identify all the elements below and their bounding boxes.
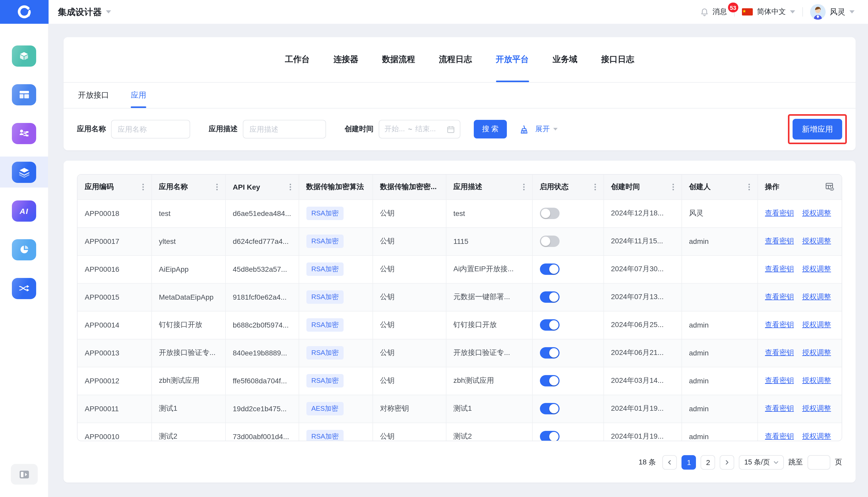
- adjust-auth-link[interactable]: 授权调整: [802, 209, 831, 217]
- main-tab[interactable]: 业务域: [553, 37, 578, 82]
- user-menu[interactable]: 风灵: [810, 4, 855, 20]
- status-toggle[interactable]: [540, 208, 559, 219]
- cell-api-key: 45d8eb532a57...: [225, 255, 299, 283]
- messages-button[interactable]: 消息 53: [700, 7, 727, 16]
- cell-encryption-algo: RSA加密: [299, 227, 372, 255]
- column-menu-icon[interactable]: [216, 183, 218, 190]
- adjust-auth-link[interactable]: 授权调整: [802, 265, 831, 273]
- cell-encryption-algo: RSA加密: [299, 311, 372, 339]
- column-menu-icon[interactable]: [594, 183, 596, 190]
- main-tab[interactable]: 工作台: [285, 37, 310, 82]
- encryption-tag: AES加密: [306, 402, 343, 415]
- search-button[interactable]: 搜 索: [474, 120, 507, 139]
- status-toggle[interactable]: [540, 291, 559, 302]
- page-number-button[interactable]: 2: [701, 455, 715, 470]
- sidebar-item-orgflow[interactable]: [0, 118, 48, 149]
- status-toggle[interactable]: [540, 235, 559, 247]
- sub-tab[interactable]: 应用: [131, 83, 146, 108]
- status-toggle[interactable]: [540, 375, 559, 386]
- messages-badge: 53: [728, 3, 739, 12]
- cell-creator: admin: [682, 227, 757, 255]
- cell-encryption-algo: RSA加密: [299, 423, 372, 441]
- page-size-value: 15 条/页: [744, 458, 770, 467]
- view-key-link[interactable]: 查看密钥: [765, 293, 794, 301]
- adjust-auth-link[interactable]: 授权调整: [802, 237, 831, 245]
- view-key-link[interactable]: 查看密钥: [765, 348, 794, 356]
- cell-creator: [682, 255, 757, 283]
- date-range-input[interactable]: 开始... ~ 结束...: [379, 120, 460, 139]
- app-name-label: 应用名称: [77, 125, 106, 134]
- column-menu-icon[interactable]: [142, 183, 144, 190]
- cell-created: 2024年01月19...: [603, 395, 682, 423]
- prev-page-button[interactable]: [663, 455, 677, 470]
- sidebar-item-dashboard[interactable]: [0, 79, 48, 110]
- column-settings-icon[interactable]: [825, 183, 835, 191]
- status-toggle[interactable]: [540, 263, 559, 274]
- view-key-link[interactable]: 查看密钥: [765, 376, 794, 384]
- add-app-button[interactable]: 新增应用: [793, 119, 842, 140]
- cell-api-key: d6ae51edea484...: [225, 199, 299, 227]
- view-key-link[interactable]: 查看密钥: [765, 432, 794, 440]
- view-key-link[interactable]: 查看密钥: [765, 320, 794, 329]
- column-header: 操作: [757, 175, 842, 199]
- sidebar-item-ai[interactable]: AI: [0, 195, 48, 226]
- expand-filters-toggle[interactable]: 展开: [535, 125, 558, 134]
- adjust-auth-link[interactable]: 授权调整: [802, 404, 831, 412]
- logo-icon: [17, 5, 31, 18]
- status-toggle[interactable]: [540, 319, 559, 330]
- status-toggle[interactable]: [540, 403, 559, 414]
- sub-tab[interactable]: 开放接口: [78, 83, 109, 108]
- status-toggle[interactable]: [540, 431, 559, 441]
- jump-page-input[interactable]: [808, 455, 830, 470]
- cell-actions: 查看密钥授权调整: [757, 283, 842, 311]
- cell-encryption-algo: RSA加密: [299, 283, 372, 311]
- adjust-auth-link[interactable]: 授权调整: [802, 376, 831, 384]
- view-key-link[interactable]: 查看密钥: [765, 237, 794, 245]
- sidebar-collapse-button[interactable]: [11, 464, 38, 485]
- sidebar-item-routing[interactable]: [0, 273, 48, 304]
- column-menu-icon[interactable]: [748, 183, 750, 190]
- main-tab[interactable]: 数据流程: [382, 37, 415, 82]
- main-tab[interactable]: 连接器: [333, 37, 358, 82]
- adjust-auth-link[interactable]: 授权调整: [802, 320, 831, 329]
- sidebar-item-analytics[interactable]: [0, 234, 48, 265]
- main-tab[interactable]: 开放平台: [496, 37, 529, 82]
- adjust-auth-link[interactable]: 授权调整: [802, 293, 831, 301]
- page-number-button[interactable]: 1: [682, 455, 696, 470]
- app-title-dropdown[interactable]: 集成设计器: [58, 6, 111, 18]
- filter-create-time: 创建时间 开始... ~ 结束...: [345, 120, 460, 139]
- view-key-link[interactable]: 查看密钥: [765, 404, 794, 412]
- column-menu-icon[interactable]: [289, 183, 291, 190]
- cell-actions: 查看密钥授权调整: [757, 339, 842, 367]
- adjust-auth-link[interactable]: 授权调整: [802, 348, 831, 356]
- clear-filters-button[interactable]: [518, 124, 528, 134]
- cell-app-name: 钉钉接口开放: [152, 311, 225, 339]
- cell-creator: admin: [682, 311, 757, 339]
- table-row: APP00014钉钉接口开放b688c2b0f5974...RSA加密公钥钉钉接…: [77, 311, 842, 339]
- cell-actions: 查看密钥授权调整: [757, 255, 842, 283]
- filter-row: 应用名称 应用描述 创建时间 开始... ~ 结束...: [63, 109, 856, 150]
- view-key-link[interactable]: 查看密钥: [765, 209, 794, 217]
- column-menu-icon[interactable]: [523, 183, 525, 190]
- application-window: 集成设计器 消息 53 简体中文: [0, 0, 868, 497]
- sidebar-item-integration-active[interactable]: [0, 157, 48, 187]
- adjust-auth-link[interactable]: 授权调整: [802, 432, 831, 440]
- cell-status: [532, 199, 603, 227]
- app-name-input[interactable]: [111, 120, 190, 139]
- main-tab[interactable]: 流程日志: [439, 37, 472, 82]
- main-tab[interactable]: 接口日志: [601, 37, 634, 82]
- next-page-button[interactable]: [720, 455, 735, 470]
- cell-creator: 风灵: [682, 199, 757, 227]
- view-key-link[interactable]: 查看密钥: [765, 265, 794, 273]
- page-size-select[interactable]: 15 条/页: [739, 455, 784, 470]
- encryption-tag: RSA加密: [306, 235, 344, 248]
- cell-status: [532, 367, 603, 395]
- cell-actions: 查看密钥授权调整: [757, 311, 842, 339]
- app-desc-input[interactable]: [243, 120, 326, 139]
- language-selector[interactable]: 简体中文: [742, 7, 795, 16]
- status-toggle[interactable]: [540, 347, 559, 358]
- sidebar-item-assets[interactable]: [0, 40, 48, 71]
- page-buttons: 12: [682, 455, 715, 470]
- avatar: [810, 4, 826, 20]
- column-menu-icon[interactable]: [672, 183, 674, 190]
